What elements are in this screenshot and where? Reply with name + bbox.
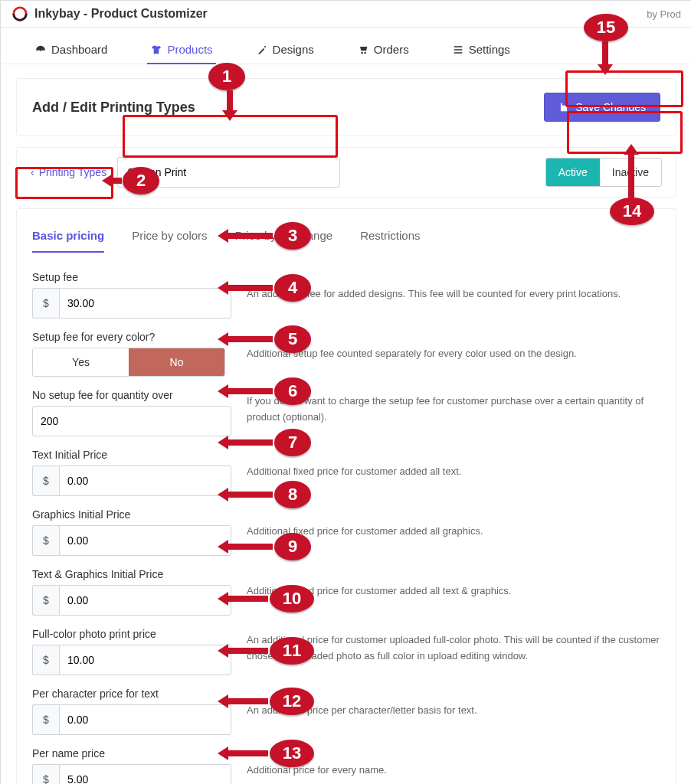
setup-fee-per-color-yes[interactable]: Yes bbox=[33, 348, 129, 376]
name-row: ‹Printing Types Active Inactive bbox=[16, 147, 676, 198]
graphics-initial-input[interactable] bbox=[59, 525, 231, 556]
pricing-tabs: Basic pricing Price by colors Price by s… bbox=[16, 208, 676, 253]
field-no-setup-over: No setup fee for quantity over If you do… bbox=[32, 383, 660, 443]
page-title: Add / Edit Printing Types bbox=[32, 100, 195, 116]
brand: Inkybay - Product Customizer bbox=[11, 5, 208, 22]
setup-fee-per-color-no[interactable]: No bbox=[129, 348, 224, 376]
nav-designs[interactable]: Designs bbox=[253, 35, 317, 64]
nav-products[interactable]: Products bbox=[147, 35, 215, 64]
tab-restrictions[interactable]: Restrictions bbox=[360, 221, 420, 253]
textgfx-initial-input[interactable] bbox=[59, 585, 231, 616]
field-text-initial: Text Initial Price $ Additional fixed pr… bbox=[32, 443, 660, 502]
cart-icon bbox=[357, 44, 369, 56]
nav-dashboard[interactable]: Dashboard bbox=[31, 35, 110, 64]
per-char-input[interactable] bbox=[59, 704, 231, 735]
field-per-name: Per name price $ Additional price for ev… bbox=[32, 741, 660, 784]
photo-price-input[interactable] bbox=[59, 645, 231, 675]
brand-logo-icon bbox=[11, 5, 28, 22]
name-input[interactable] bbox=[117, 157, 340, 188]
field-graphics-initial: Graphics Initial Price $ Additional fixe… bbox=[32, 502, 660, 562]
save-button[interactable]: Save Changes bbox=[544, 93, 660, 122]
field-setup-fee: Setup fee $ An additional fee for added … bbox=[32, 265, 660, 325]
save-icon bbox=[558, 102, 569, 113]
back-link[interactable]: ‹Printing Types bbox=[31, 166, 106, 178]
status-toggle: Active Inactive bbox=[545, 158, 662, 187]
fields: Setup fee $ An additional fee for added … bbox=[16, 253, 676, 784]
byline: by Prod bbox=[647, 8, 681, 20]
tshirt-icon bbox=[150, 44, 162, 56]
tab-basic-pricing[interactable]: Basic pricing bbox=[32, 221, 104, 253]
chevron-left-icon: ‹ bbox=[31, 166, 34, 178]
svg-point-2 bbox=[40, 49, 41, 51]
printing-type-name bbox=[117, 157, 320, 188]
field-textgfx-initial: Text & Graphics Initial Price $ Addition… bbox=[32, 562, 660, 622]
per-name-input[interactable] bbox=[59, 764, 231, 784]
field-photo-price: Full-color photo print price $ An additi… bbox=[32, 622, 660, 681]
setup-fee-input[interactable] bbox=[59, 288, 231, 318]
field-per-char: Per character price for text $ An additi… bbox=[32, 681, 660, 741]
setup-fee-per-color-toggle: Yes No bbox=[32, 348, 225, 377]
app-name: Inkybay - Product Customizer bbox=[34, 7, 208, 21]
dashboard-icon bbox=[34, 44, 47, 56]
tab-price-by-size[interactable]: Price by size range bbox=[235, 221, 333, 253]
sliders-icon bbox=[452, 44, 464, 56]
status-active[interactable]: Active bbox=[546, 158, 600, 186]
text-initial-input[interactable] bbox=[59, 466, 231, 496]
currency-symbol: $ bbox=[32, 288, 59, 318]
tab-price-by-colors[interactable]: Price by colors bbox=[132, 221, 207, 253]
nav-orders[interactable]: Orders bbox=[354, 35, 412, 64]
topbar: Inkybay - Product Customizer by Prod bbox=[1, 1, 691, 28]
field-setup-fee-per-color: Setup fee for every color? Yes No Additi… bbox=[32, 325, 660, 383]
nav-settings[interactable]: Settings bbox=[449, 35, 513, 64]
magic-icon bbox=[256, 44, 268, 56]
status-inactive[interactable]: Inactive bbox=[600, 158, 661, 186]
nav: Dashboard Products Designs Orders Settin… bbox=[1, 28, 691, 64]
page-header: Add / Edit Printing Types Save Changes bbox=[16, 78, 676, 136]
no-setup-over-input[interactable] bbox=[32, 406, 231, 436]
